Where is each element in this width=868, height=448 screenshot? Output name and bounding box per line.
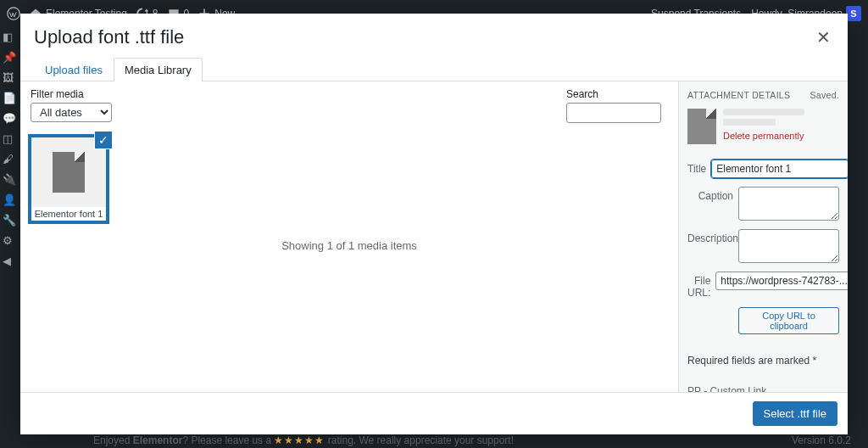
modal-title: Upload font .ttf file (34, 26, 184, 48)
filter-label: Filter media (31, 88, 112, 100)
pages-icon[interactable]: 📄 (3, 92, 14, 104)
media-pane: Filter media All dates Search ✓ Elemento (20, 81, 678, 392)
appearance-icon[interactable]: 🖌 (3, 153, 14, 165)
copy-url-button[interactable]: Copy URL to clipboard (738, 307, 839, 334)
filter-group: Filter media All dates (31, 88, 112, 122)
media-toolbar: Filter media All dates Search (20, 81, 678, 130)
search-label: Search (566, 88, 661, 100)
posts-icon[interactable]: 📌 (3, 51, 14, 63)
fileurl-label: File URL: (687, 272, 710, 299)
attachment-details: ATTACHMENT DETAILS Saved. Delete permane… (678, 81, 848, 392)
media-item[interactable]: ✓ Elementor font 1 (31, 137, 107, 221)
selected-check-icon[interactable]: ✓ (95, 132, 112, 148)
caption-label: Caption (687, 187, 733, 202)
plugins-icon[interactable]: 🔌 (3, 173, 14, 185)
description-label: Description (687, 229, 733, 244)
file-icon (53, 152, 85, 193)
templates-icon[interactable]: ◫ (3, 132, 14, 144)
search-input[interactable] (566, 103, 661, 123)
modal-tabs: Upload files Media Library (20, 58, 848, 81)
caption-input[interactable] (738, 187, 839, 221)
media-status-text: Showing 1 of 1 media items (281, 238, 417, 251)
search-group: Search (566, 88, 661, 123)
media-icon[interactable]: 🖼 (3, 71, 14, 83)
users-icon[interactable]: 👤 (3, 193, 14, 205)
tab-media-library[interactable]: Media Library (114, 58, 203, 81)
details-heading: ATTACHMENT DETAILS (687, 90, 790, 100)
media-grid: ✓ Elementor font 1 Showing 1 of 1 media … (20, 130, 678, 392)
avatar: S (846, 6, 861, 21)
svg-point-0 (8, 8, 19, 20)
modal-body: Filter media All dates Search ✓ Elemento (20, 81, 848, 392)
wp-version: Version 6.0.2 (792, 434, 851, 446)
setting-caption: Caption (687, 187, 839, 221)
comments-icon[interactable]: 💬 (3, 112, 14, 124)
meta-line (723, 109, 804, 115)
close-button[interactable]: ✕ (813, 24, 834, 51)
stars-icon[interactable]: ★★★★★ (274, 434, 325, 446)
attachment-settings: Title Caption Description File URL: Copy… (687, 160, 839, 392)
modal-header: Upload font .ttf file ✕ (20, 14, 848, 58)
file-icon (687, 109, 716, 144)
setting-description: Description (687, 229, 839, 263)
meta-line (723, 119, 776, 126)
media-item-filename: Elementor font 1 (31, 207, 106, 221)
admin-sidebar: ◧ 📌 🖼 📄 💬 ◫ 🖌 🔌 👤 🔧 ⚙ ◀ (0, 27, 17, 448)
saved-label: Saved. (810, 90, 840, 100)
setting-title: Title (687, 160, 839, 178)
description-input[interactable] (738, 229, 839, 263)
setting-fileurl: File URL: (687, 272, 839, 299)
required-note: Required fields are marked * (687, 355, 839, 367)
dashboard-icon[interactable]: ◧ (3, 31, 14, 42)
pp-custom-label: PP - Custom Link (687, 382, 839, 392)
wp-logo-icon[interactable] (7, 7, 20, 20)
details-header: ATTACHMENT DETAILS Saved. (687, 90, 839, 100)
page-footer: Enjoyed Elementor? Please leave us a ★★★… (93, 434, 851, 446)
date-filter-select[interactable]: All dates (31, 103, 112, 122)
tools-icon[interactable]: 🔧 (3, 214, 14, 226)
attachment-meta: Delete permanently (723, 109, 839, 144)
title-input[interactable] (711, 160, 848, 178)
collapse-icon[interactable]: ◀ (3, 255, 14, 266)
modal-footer: Select .ttf file (20, 392, 848, 434)
delete-permanently-link[interactable]: Delete permanently (723, 131, 804, 141)
attachment-info: Delete permanently (687, 109, 839, 144)
setting-pp-custom: PP - Custom Link (687, 382, 839, 392)
footer-rating: Enjoyed Elementor? Please leave us a ★★★… (93, 434, 514, 446)
settings-icon[interactable]: ⚙ (3, 234, 14, 246)
tab-upload-files[interactable]: Upload files (34, 58, 114, 81)
title-label: Title (687, 160, 706, 175)
select-file-button[interactable]: Select .ttf file (753, 401, 837, 426)
fileurl-input[interactable] (715, 272, 848, 290)
media-modal: Upload font .ttf file ✕ Upload files Med… (20, 14, 848, 434)
